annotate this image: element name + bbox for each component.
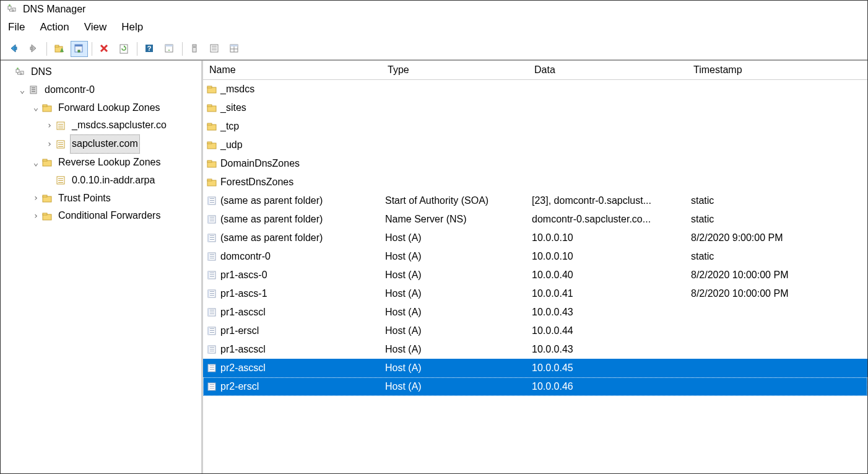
record-type: Host (A) xyxy=(381,251,528,262)
record-row[interactable]: pr1-ascs-1Host (A)10.0.0.418/2/2020 10:0… xyxy=(203,284,867,303)
record-type: Host (A) xyxy=(381,344,528,355)
column-header-name[interactable]: Name xyxy=(203,61,381,79)
collapse-icon[interactable]: ⌄ xyxy=(32,155,40,170)
folder-icon xyxy=(207,121,217,131)
record-data: 10.0.0.41 xyxy=(528,288,687,299)
tree-dns-root[interactable]: DNS xyxy=(1,63,201,81)
record-icon xyxy=(207,326,217,336)
tree-label: domcontr-0 xyxy=(43,81,97,99)
menu-view[interactable]: View xyxy=(77,19,115,36)
collapse-icon[interactable]: ⌄ xyxy=(32,100,40,115)
record-icon xyxy=(207,289,217,299)
up-button[interactable] xyxy=(51,41,68,57)
tree-zone-msdcs[interactable]: › _msdcs.sapcluster.co xyxy=(41,116,201,134)
record-row[interactable]: _tcp xyxy=(203,117,867,136)
back-button[interactable] xyxy=(6,41,23,57)
record-type: Host (A) xyxy=(381,325,528,336)
record-row[interactable]: pr2-ascsclHost (A)10.0.0.45 xyxy=(203,359,867,377)
menu-help[interactable]: Help xyxy=(114,19,150,36)
folder-icon xyxy=(207,140,217,150)
zone-icon xyxy=(55,120,66,131)
refresh-button[interactable] xyxy=(116,41,133,57)
tree-reverse-zones[interactable]: ⌄ Reverse Lookup Zones xyxy=(28,154,201,172)
record-type: Start of Authority (SOA) xyxy=(381,195,528,206)
record-row[interactable]: (same as parent folder)Name Server (NS)d… xyxy=(203,210,867,229)
toolbar-separator xyxy=(182,42,183,56)
record-row[interactable]: DomainDnsZones xyxy=(203,154,867,173)
tree-conditional-forwarders[interactable]: › Conditional Forwarders xyxy=(28,207,201,225)
delete-button[interactable] xyxy=(96,41,113,57)
record-name: pr1-ascscl xyxy=(220,344,266,355)
record-name: (same as parent folder) xyxy=(220,214,323,225)
record-row[interactable]: _sites xyxy=(203,99,867,117)
column-header-row: Name Type Data Timestamp xyxy=(203,61,867,80)
folder-icon xyxy=(41,211,53,222)
record-row[interactable]: _udp xyxy=(203,136,867,154)
record-name: pr1-erscl xyxy=(220,325,259,336)
record-row[interactable]: pr1-ersclHost (A)10.0.0.44 xyxy=(203,322,867,340)
record-type: Host (A) xyxy=(381,232,528,244)
record-row[interactable]: domcontr-0Host (A)10.0.0.10static xyxy=(203,247,867,266)
expand-icon[interactable]: › xyxy=(32,208,40,224)
forward-button[interactable] xyxy=(25,41,43,57)
folder-icon xyxy=(41,157,53,168)
record-row[interactable]: pr2-ersclHost (A)10.0.0.46 xyxy=(203,377,867,396)
record-icon xyxy=(207,270,217,280)
expand-icon[interactable]: › xyxy=(32,190,40,206)
record-row[interactable]: _msdcs xyxy=(203,80,867,99)
record-timestamp: 8/2/2020 10:00:00 PM xyxy=(687,270,836,281)
tree-server[interactable]: ⌄ domcontr-0 xyxy=(14,81,201,99)
collapse-icon[interactable]: ⌄ xyxy=(18,82,27,98)
dns-icon xyxy=(14,66,25,77)
help-button[interactable] xyxy=(141,41,158,57)
record-timestamp: static xyxy=(687,195,836,206)
record-type: Host (A) xyxy=(381,288,528,299)
column-header-timestamp[interactable]: Timestamp xyxy=(687,61,836,79)
record-row[interactable]: pr1-ascsclHost (A)10.0.0.43 xyxy=(203,303,867,322)
record-name: ForestDnsZones xyxy=(220,177,293,188)
record-name: pr1-ascs-1 xyxy=(220,288,267,299)
record-row[interactable]: (same as parent folder)Start of Authorit… xyxy=(203,191,867,210)
column-header-data[interactable]: Data xyxy=(528,61,687,79)
tree-label: Reverse Lookup Zones xyxy=(56,154,162,172)
record-row[interactable]: ForestDnsZones xyxy=(203,173,867,191)
record-name: pr2-ascscl xyxy=(220,362,266,374)
record-data: 10.0.0.43 xyxy=(528,307,687,318)
record-data: 10.0.0.10 xyxy=(528,251,687,262)
tree-label: 0.0.10.in-addr.arpa xyxy=(70,172,157,190)
folder-icon xyxy=(207,103,217,113)
tree-label: DNS xyxy=(29,63,54,81)
record-name: domcontr-0 xyxy=(220,251,271,262)
menu-file[interactable]: File xyxy=(6,19,32,36)
expand-icon[interactable]: › xyxy=(45,118,54,133)
record-row[interactable]: pr1-ascsclHost (A)10.0.0.43 xyxy=(203,340,867,359)
tree-trust-points[interactable]: › Trust Points xyxy=(28,190,201,208)
panel-button[interactable] xyxy=(161,41,178,57)
record-name: pr1-ascs-0 xyxy=(220,270,267,281)
record-timestamp: static xyxy=(687,214,836,225)
record-row[interactable]: (same as parent folder)Host (A)10.0.0.10… xyxy=(203,229,867,247)
record-data: [23], domcontr-0.sapclust... xyxy=(528,195,687,206)
server-icon xyxy=(28,84,39,95)
list-view-button[interactable] xyxy=(206,41,224,57)
record-icon xyxy=(207,382,217,392)
tree-forward-zones[interactable]: ⌄ Forward Lookup Zones xyxy=(28,99,201,117)
record-name: _msdcs xyxy=(220,84,254,95)
record-row[interactable]: pr1-ascs-0Host (A)10.0.0.408/2/2020 10:0… xyxy=(203,266,867,284)
show-console-button[interactable] xyxy=(71,41,88,57)
detail-view-button[interactable] xyxy=(226,41,243,57)
single-server-button[interactable] xyxy=(186,41,204,57)
column-header-type[interactable]: Type xyxy=(381,61,528,79)
tree-zone-reverse[interactable]: 0.0.10.in-addr.arpa xyxy=(41,172,201,190)
record-data: 10.0.0.44 xyxy=(528,325,687,336)
tree-label: Forward Lookup Zones xyxy=(56,99,162,117)
folder-icon xyxy=(207,159,217,169)
toolbar-separator xyxy=(92,42,92,56)
record-icon xyxy=(207,214,217,224)
record-icon xyxy=(207,252,217,261)
expand-icon[interactable]: › xyxy=(45,136,54,152)
tree-zone-sapcluster[interactable]: › sapcluster.com xyxy=(41,134,201,154)
record-data: 10.0.0.45 xyxy=(528,362,687,374)
menu-action[interactable]: Action xyxy=(32,19,76,36)
record-data: 10.0.0.46 xyxy=(528,381,687,392)
